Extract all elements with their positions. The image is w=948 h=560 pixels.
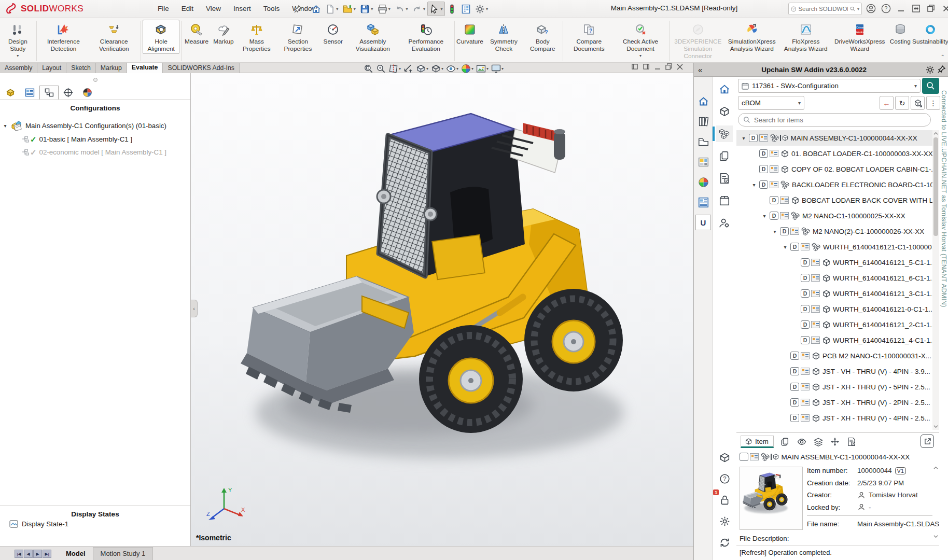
menu-tools[interactable]: Tools [257, 0, 286, 18]
search-items-button[interactable] [922, 78, 939, 94]
scroll-down-icon[interactable] [932, 533, 939, 540]
scroll-up-icon[interactable] [932, 465, 939, 471]
expand-chevron-icon[interactable]: ▾ [0, 123, 10, 129]
view-palette-icon[interactable] [695, 154, 711, 170]
bom-item-label[interactable]: WURTH_61400416121_3-C1-1... [833, 290, 932, 298]
sync-icon[interactable] [716, 534, 733, 551]
configuration-label[interactable]: 01-basic [ Main Assembly-C1 ] [39, 135, 133, 143]
doc-previous-icon[interactable] [632, 63, 638, 70]
bom-row[interactable]: DWURTH_61400416121_2-C1-1... [736, 317, 932, 332]
configuration-label[interactable]: 02-economic model [ Main Assembly-C1 ] [39, 148, 166, 156]
propertymanager-icon[interactable] [20, 86, 39, 100]
ribbon-button-costing[interactable]: Costing [887, 20, 914, 47]
new-doc-icon[interactable]: ▾ [323, 2, 341, 16]
upchain-tab[interactable]: U [695, 215, 711, 230]
bom-item-label[interactable]: M2 NANO-C1-100000025-XX-XX [802, 212, 905, 220]
project-dropdown[interactable]: 117361 - SWx-Configuration ▾ [738, 79, 921, 93]
bom-row[interactable]: DCOPY OF 02. BOBCAT LOADER CABIN-C1-... [736, 161, 932, 177]
bom-item-label[interactable]: WURTH_61400416121_4-C1-1... [833, 337, 932, 344]
bom-row[interactable]: DPCB M2 NANO-C1-100000031-X... [736, 348, 932, 363]
last-tab-icon[interactable]: ▶| [43, 550, 51, 558]
resources-home-icon[interactable] [695, 93, 711, 109]
bom-row[interactable]: ▾DBACKLOADER ELECTRONIC BOARD-C1-10... [736, 177, 932, 192]
tab-sketch[interactable]: Sketch [66, 63, 96, 73]
bom-row[interactable]: DJST - VH - THRU (V) - 4PIN - 3.9... [736, 363, 932, 379]
custom-properties-icon[interactable] [695, 194, 711, 210]
cursor-icon[interactable]: ▾ [427, 2, 445, 16]
ribbon-button-sustainability[interactable]: Sustainability [914, 20, 947, 47]
minimize-icon[interactable] [895, 2, 907, 15]
pin-menubar-icon[interactable] [291, 3, 304, 15]
bom-row[interactable]: ▾DWURTH_61400416121-C1-100000... [736, 239, 932, 255]
detail-scrollbar[interactable] [932, 465, 939, 540]
document-check-icon[interactable] [847, 437, 856, 446]
ribbon-button-curvature[interactable]: Curvature [456, 20, 483, 47]
dropdown-arrow-icon[interactable]: ▾ [17, 53, 19, 58]
scrollbar-thumb[interactable] [933, 137, 938, 236]
tab-layout[interactable]: Layout [37, 63, 66, 73]
configurationmanager-icon[interactable] [39, 86, 59, 100]
expand-chevron-icon[interactable]: ▾ [759, 213, 770, 219]
ribbon-button-floxpress-analysis-wizard[interactable]: FloXpress Analysis Wizard [779, 20, 833, 54]
featuremanager-icon[interactable] [1, 86, 20, 100]
bom-row[interactable]: DJST - XH - THRU (V) - 5PIN - 2.5... [736, 379, 932, 395]
panel-collapse-arrow-icon[interactable]: ‹ [191, 300, 198, 317]
chevron-down-icon[interactable]: ▾ [914, 83, 917, 89]
display-state-row[interactable]: Display State-1 [9, 520, 68, 528]
study-tab-motion-study-1[interactable]: Motion Study 1 [93, 547, 154, 560]
ribbon-button-performance-evaluation[interactable]: Performance Evaluation [399, 20, 453, 54]
ribbon-button-interference-detection[interactable]: Interference Detection [38, 20, 89, 54]
view-orientation-icon[interactable]: ▾ [415, 63, 429, 74]
configuration-row-02-economic[interactable]: ✓02-economic model [ Main Assembly-C1 ] [0, 146, 190, 159]
ribbon-button-symmetry-check[interactable]: Symmetry Check [483, 20, 524, 54]
bom-row[interactable]: DWURTH_61400416121_4-C1-1... [736, 332, 932, 348]
ribbon-button-body-compare[interactable]: ?Body Compare [524, 20, 561, 54]
bom-item-label[interactable]: WURTH_61400416121_6-C1-1... [833, 274, 932, 282]
bom-item-label[interactable]: 01. BOBCAT LOADER-C1-100000003-XX-XX [791, 150, 932, 158]
menu-file[interactable]: File [151, 0, 175, 18]
bom-item-label[interactable]: BACKLOADER ELECTRONIC BOARD-C1-10... [792, 181, 932, 189]
panel-splitter-handle[interactable] [93, 78, 97, 82]
redo-icon[interactable]: ▾ [410, 2, 428, 16]
menu-edit[interactable]: Edit [175, 0, 200, 18]
section-view-icon[interactable]: ▾ [388, 63, 401, 74]
bom-row[interactable]: DBOBCAT LODAER BACK COVER WITH L... [736, 192, 932, 208]
dimxpert-icon[interactable] [59, 86, 78, 100]
configuration-row-01-basic[interactable]: ✓01-basic [ Main Assembly-C1 ] [0, 133, 190, 146]
open-icon[interactable]: ▾ [341, 2, 358, 16]
tab-item[interactable]: Item [741, 436, 774, 448]
zoom-area-icon[interactable] [375, 63, 386, 74]
menu-insert[interactable]: Insert [227, 0, 257, 18]
appearances-icon[interactable] [695, 174, 711, 190]
bom-scrollbar[interactable] [932, 130, 939, 430]
lock-icon[interactable]: 1 [716, 492, 733, 508]
bom-row[interactable]: DJST - XH - THRU (V) - 4PIN - 2.5... [736, 410, 932, 426]
configuration-root-label[interactable]: Main Assembly-C1 Configuration(s) (01-ba… [25, 122, 166, 130]
display-style-icon[interactable]: ▾ [430, 63, 444, 74]
more-options-icon[interactable]: ⋮ [926, 96, 940, 110]
tab-evaluate[interactable]: Evaluate [127, 63, 163, 73]
next-tab-icon[interactable]: ▶ [33, 550, 42, 558]
ribbon-button-driveworksxpress-wizard[interactable]: DriveWorksDriveWorksXpress Wizard [833, 20, 887, 54]
open-external-icon[interactable] [921, 435, 934, 448]
item-search-input[interactable] [754, 116, 926, 124]
back-button-icon[interactable]: ← [880, 96, 894, 110]
first-tab-icon[interactable]: |◀ [15, 550, 23, 558]
help-search[interactable]: ? ▾ [788, 3, 862, 15]
restore-icon[interactable] [925, 2, 937, 15]
ribbon-button-compare-documents[interactable]: ?Compare Documents [564, 20, 614, 54]
hide-show-icon[interactable]: ▾ [445, 63, 459, 74]
file-explorer-icon[interactable] [695, 134, 711, 149]
collaborate-icon[interactable] [445, 2, 459, 16]
bom-item-label[interactable]: MAIN ASSEMBLY-C1-100000044-XX-XX [791, 134, 917, 142]
ribbon-button-check-active-document[interactable]: Check Active Document▾ [614, 20, 667, 59]
expand-chevron-icon[interactable]: ▾ [770, 229, 780, 234]
prev-tab-icon[interactable]: ◀ [24, 550, 33, 558]
insert-component-icon[interactable] [911, 96, 925, 110]
scroll-down-icon[interactable] [932, 423, 939, 430]
copy-items-icon[interactable] [780, 437, 790, 446]
copy-items-icon[interactable] [716, 148, 733, 164]
document-check-icon[interactable] [716, 170, 733, 187]
undo-icon[interactable]: ▾ [393, 2, 410, 16]
expand-chevron-icon[interactable]: ▾ [749, 182, 759, 188]
